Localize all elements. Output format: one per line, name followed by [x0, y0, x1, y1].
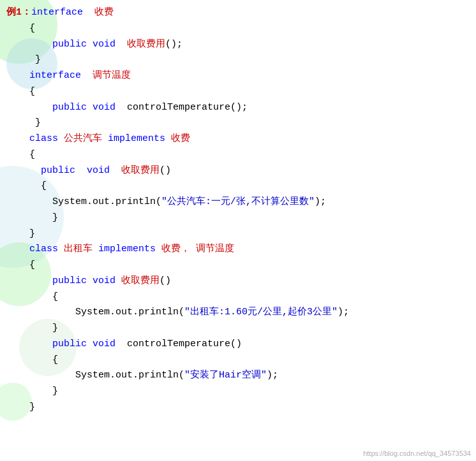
code-line-1: 例1：interface 收费 — [6, 5, 470, 21]
keyword-interface-1: interface — [31, 7, 83, 18]
code-line-8: } — [6, 115, 470, 131]
code-line-11: public void 收取费用() — [6, 163, 470, 179]
code-line-20: System.out.println("出租车:1.60元/公里,起价3公里")… — [6, 305, 470, 321]
code-line-13: System.out.println("公共汽车:一元/张,不计算公里数"); — [6, 194, 470, 210]
code-line-4: } — [6, 52, 470, 68]
code-line-10: { — [6, 147, 470, 163]
code-line-7: public void controlTemperature(); — [6, 100, 470, 116]
code-line-6: { — [6, 84, 470, 100]
code-line-23: { — [6, 353, 470, 369]
code-line-3: public void 收取费用(); — [6, 37, 470, 53]
code-line-15: } — [6, 226, 470, 242]
code-line-19: { — [6, 289, 470, 305]
code-line-12: { — [6, 179, 470, 194]
example-label: 例1： — [6, 7, 31, 18]
code-line-17: { — [6, 258, 470, 274]
class-name-1: 收费 — [94, 7, 114, 18]
code-line-26: } — [6, 400, 470, 416]
code-line-18: public void 收取费用() — [6, 274, 470, 289]
code-container: 例1：interface 收费 { public void 收取费用(); } … — [0, 0, 476, 435]
code-line-9: class 公共汽车 implements 收费 — [6, 131, 470, 147]
code-line-22: public void controlTemperature() — [6, 337, 470, 353]
code-line-2: { — [6, 21, 470, 37]
watermark: https://blog.csdn.net/qq_34573534 — [363, 450, 471, 457]
code-line-14: } — [6, 210, 470, 226]
code-line-16: class 出租车 implements 收费， 调节温度 — [6, 242, 470, 258]
code-line-25: } — [6, 384, 470, 400]
code-line-5: interface 调节温度 — [6, 68, 470, 84]
code-line-21: } — [6, 321, 470, 337]
code-line-24: System.out.println("安装了Hair空调"); — [6, 368, 470, 384]
